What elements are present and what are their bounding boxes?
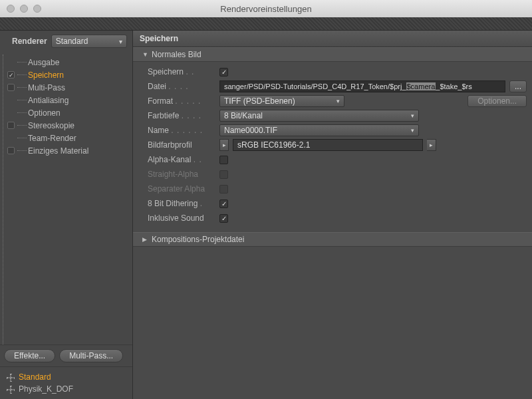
- alpha-label: Alpha-Kanal . .: [148, 155, 219, 164]
- sidebar-item-label: Optionen: [28, 108, 61, 118]
- colorprofile-picker-button[interactable]: ▸: [427, 139, 436, 151]
- save-checkbox[interactable]: ✓: [219, 68, 228, 76]
- traffic-lights: [0, 5, 41, 13]
- section-label: Kompositions-Projektdatei: [152, 235, 244, 244]
- preset-icon: [5, 384, 15, 394]
- sidebar-item-label: Stereoskopie: [28, 121, 74, 130]
- straight-alpha-label: Straight-Alpha: [148, 170, 219, 179]
- nav-list: Ausgabe✓SpeichernMulti-PassAntialiasingO…: [3, 55, 132, 344]
- sidebar-item-optionen[interactable]: Optionen: [3, 106, 132, 119]
- renderer-select[interactable]: Standard: [51, 35, 127, 48]
- preset-icon: [5, 372, 15, 382]
- save-label: Speichern . .: [148, 67, 219, 76]
- sidebar-item-label: Team-Render: [28, 134, 76, 143]
- section-label: Normales Bild: [152, 50, 201, 59]
- preset-label: Physik_K_DOF: [19, 384, 73, 394]
- separate-alpha-checkbox: [219, 185, 228, 194]
- file-label: Datei . . . .: [148, 82, 219, 91]
- sidebar-item-label: Antialiasing: [28, 96, 68, 105]
- sidebar-item-einziges material[interactable]: Einziges Material: [3, 144, 132, 157]
- chevron-right-icon: ▶: [142, 236, 149, 243]
- sidebar-checkbox[interactable]: ✓: [7, 71, 15, 78]
- sidebar-item-label: Multi-Pass: [28, 83, 65, 92]
- renderer-value: Standard: [56, 37, 88, 46]
- separate-alpha-label: Separater Alpha: [148, 184, 219, 194]
- file-path-selection: $camera: [406, 82, 436, 90]
- window-title: Rendervoreinstellungen: [0, 4, 532, 14]
- sound-label: Inklusive Sound: [148, 213, 219, 223]
- preset-standard[interactable]: Standard: [3, 371, 130, 383]
- multipass-button[interactable]: Multi-Pass...: [59, 349, 123, 362]
- section-composition-project[interactable]: ▶ Kompositions-Projektdatei: [133, 232, 532, 247]
- sidebar-item-antialiasing[interactable]: Antialiasing: [3, 94, 132, 106]
- settings-panel: Speichern ▼ Normales Bild Speichern . . …: [133, 31, 532, 399]
- depth-label: Farbtiefe . . . .: [148, 111, 219, 120]
- name-select[interactable]: Name0000.TIF: [219, 124, 419, 136]
- sidebar-item-label: Ausgabe: [28, 58, 59, 67]
- file-browse-button[interactable]: ...: [509, 80, 527, 92]
- effects-button[interactable]: Effekte...: [4, 349, 55, 362]
- chevron-down-icon: ▼: [142, 51, 149, 58]
- minimize-icon[interactable]: [20, 5, 28, 13]
- sidebar-item-team-render[interactable]: Team-Render: [3, 132, 132, 144]
- renderer-label: Renderer: [12, 37, 47, 46]
- colorprofile-field[interactable]: sRGB IEC61966-2.1: [233, 139, 423, 151]
- alpha-checkbox[interactable]: [219, 156, 228, 164]
- file-path-input[interactable]: sanger/PSD/PSD-Tutorials/PSD_C4D_R17_Tok…: [219, 80, 505, 92]
- sidebar-item-speichern[interactable]: ✓Speichern: [3, 68, 132, 81]
- name-label: Name . . . . . .: [148, 126, 219, 135]
- sidebar-item-label: Einziges Material: [28, 146, 88, 156]
- format-options-button[interactable]: Optionen...: [467, 95, 527, 107]
- dither-checkbox[interactable]: ✓: [219, 200, 228, 208]
- preset-physik_k_dof[interactable]: Physik_K_DOF: [3, 383, 130, 395]
- colorprofile-label: Bildfarbprofil: [148, 140, 219, 150]
- sidebar: Renderer Standard Ausgabe✓SpeichernMulti…: [0, 31, 133, 399]
- format-select[interactable]: TIFF (PSD-Ebenen): [219, 95, 344, 107]
- sidebar-item-stereoskopie[interactable]: Stereoskopie: [3, 119, 132, 132]
- panel-title: Speichern: [133, 31, 532, 47]
- zoom-icon[interactable]: [33, 5, 41, 13]
- colorprofile-arrow-icon[interactable]: ▸: [219, 139, 229, 151]
- format-label: Format . . . . .: [148, 96, 219, 106]
- presets-list: StandardPhysik_K_DOF: [0, 367, 132, 399]
- sidebar-checkbox[interactable]: [7, 84, 15, 91]
- sidebar-checkbox[interactable]: [7, 122, 15, 129]
- sidebar-checkbox[interactable]: [7, 147, 15, 154]
- dither-label: 8 Bit Dithering .: [148, 199, 219, 208]
- titlebar: Rendervoreinstellungen: [0, 0, 532, 17]
- close-icon[interactable]: [7, 5, 15, 13]
- sidebar-item-label: Speichern: [28, 70, 64, 80]
- toolbar-hatch: [0, 17, 532, 31]
- sidebar-item-ausgabe[interactable]: Ausgabe: [3, 56, 132, 68]
- sidebar-item-multi-pass[interactable]: Multi-Pass: [3, 81, 132, 94]
- straight-alpha-checkbox: [219, 170, 228, 179]
- depth-select[interactable]: 8 Bit/Kanal: [219, 110, 419, 122]
- preset-label: Standard: [19, 372, 51, 382]
- section-normal-image[interactable]: ▼ Normales Bild: [133, 47, 532, 62]
- sound-checkbox[interactable]: ✓: [219, 214, 228, 223]
